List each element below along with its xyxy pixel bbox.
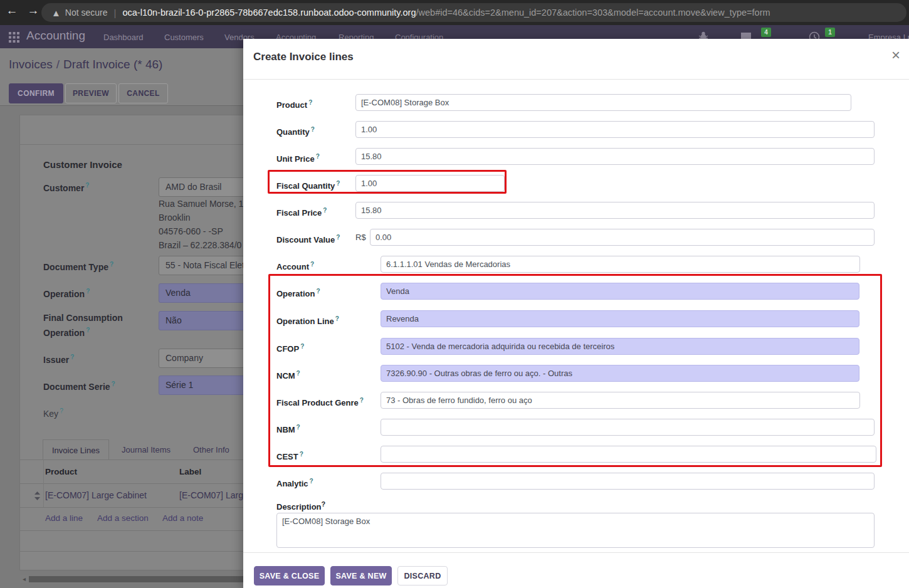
analytic-input[interactable]: [381, 473, 875, 490]
quantity-input[interactable]: [355, 121, 875, 138]
issuer-label: Issuer?: [43, 351, 150, 366]
help-icon: ?: [60, 407, 63, 414]
cell-label: [E-COM07] Large: [179, 490, 248, 500]
help-icon: ?: [322, 500, 326, 508]
help-icon: ?: [300, 343, 304, 350]
column-header-product[interactable]: Product: [45, 467, 77, 476]
column-header-label[interactable]: Label: [179, 467, 201, 476]
unit-price-input[interactable]: [355, 148, 875, 165]
help-icon: ?: [310, 261, 314, 268]
nbm-label: NBM?: [276, 419, 377, 438]
modal-title: Create Invoice lines: [253, 51, 354, 63]
fiscal-product-genre-input[interactable]: [381, 392, 860, 409]
help-icon: ?: [112, 381, 115, 387]
warning-icon: ▲: [51, 8, 61, 18]
form-heading: Customer Invoice: [43, 159, 122, 170]
create-invoice-lines-modal: Create Invoice lines × Product? Quantity…: [243, 39, 909, 588]
help-icon: ?: [308, 99, 312, 106]
currency-prefix: R$: [355, 229, 366, 246]
help-icon: ?: [310, 478, 313, 485]
customer-address-line: Rua Samuel Morse, 1: [159, 199, 243, 209]
drag-handle-icon[interactable]: [34, 491, 41, 500]
back-icon[interactable]: ←: [4, 4, 20, 18]
fiscal-product-genre-label: Fiscal Product Genre?: [276, 392, 377, 411]
tab-other-info[interactable]: Other Info: [184, 439, 238, 460]
document-serie-label: Document Serie?: [43, 378, 150, 393]
operation-label: Operation?: [43, 285, 150, 300]
help-icon: ?: [70, 354, 74, 360]
app-brand[interactable]: Accounting: [26, 29, 85, 43]
discard-button[interactable]: DISCARD: [397, 566, 448, 585]
help-icon: ?: [85, 182, 89, 189]
tab-journal-items[interactable]: Journal Items: [113, 439, 179, 460]
cell-product: [E-COM07] Large Cabinet: [45, 490, 147, 500]
discount-value-input[interactable]: [370, 229, 875, 246]
modal-header: Create Invoice lines ×: [243, 39, 909, 80]
chat-badge: 4: [761, 28, 771, 37]
cancel-button[interactable]: CANCEL: [118, 83, 168, 103]
description-textarea[interactable]: [E-COM08] Storage Box: [276, 513, 875, 548]
menu-customers[interactable]: Customers: [164, 33, 204, 42]
help-icon: ?: [316, 288, 320, 295]
help-icon: ?: [297, 370, 300, 377]
help-icon: ?: [336, 180, 340, 187]
save-close-button[interactable]: SAVE & CLOSE: [254, 566, 325, 585]
breadcrumb: Invoices/Draft Invoice (* 46): [9, 58, 162, 71]
analytic-label: Analytic?: [276, 473, 377, 492]
cest-input[interactable]: [381, 446, 876, 463]
fiscal-price-input[interactable]: [355, 202, 875, 219]
cest-label: CEST?: [276, 446, 377, 465]
tab-invoice-lines[interactable]: Invoice Lines: [43, 439, 109, 460]
help-icon: ?: [323, 207, 327, 214]
account-label: Account?: [276, 256, 377, 275]
customer-address-line: 04576-060 - -SP: [159, 226, 223, 236]
operation-line-input[interactable]: [381, 310, 859, 327]
add-section-link[interactable]: Add a section: [97, 513, 149, 523]
browser-chrome: ← → ↻ ▲ Not secure | oca-l10n-brazil-16-…: [0, 0, 909, 25]
url-path: /web#id=46&cids=2&menu_id=207&action=303…: [416, 8, 770, 18]
operation-label: Operation?: [276, 283, 377, 302]
help-icon: ?: [316, 153, 320, 160]
breadcrumb-separator: /: [56, 58, 60, 71]
operation-line-label: Operation Line?: [276, 310, 377, 330]
screen: ← → ↻ ▲ Not secure | oca-l10n-brazil-16-…: [0, 0, 909, 588]
address-bar[interactable]: ▲ Not secure | oca-l10n-brazil-16-0-pr28…: [41, 3, 906, 22]
url-host: oca-l10n-brazil-16-0-pr2865-78b667edc158…: [122, 8, 416, 18]
close-icon[interactable]: ×: [891, 48, 900, 63]
ncm-input[interactable]: [381, 365, 859, 382]
description-label: Description?: [276, 500, 325, 512]
product-input[interactable]: [355, 94, 851, 111]
help-icon: ?: [335, 315, 339, 322]
help-icon: ?: [336, 234, 340, 241]
confirm-button[interactable]: CONFIRM: [9, 83, 63, 103]
not-secure-label: Not secure: [65, 8, 108, 18]
footer-divider: [243, 552, 909, 553]
forward-icon[interactable]: →: [25, 4, 41, 18]
customer-address-line: Brazil – 62.228.384/0: [159, 240, 241, 250]
breadcrumb-current: Draft Invoice (* 46): [63, 58, 162, 71]
cfop-input[interactable]: [381, 338, 859, 355]
save-new-button[interactable]: SAVE & NEW: [330, 566, 392, 585]
help-icon: ?: [297, 424, 300, 431]
add-line-link[interactable]: Add a line: [45, 513, 83, 523]
account-input[interactable]: [381, 256, 860, 273]
key-label: Key?: [43, 405, 150, 420]
preview-button[interactable]: PREVIEW: [65, 83, 117, 103]
add-note-link[interactable]: Add a note: [162, 513, 203, 523]
breadcrumb-parent[interactable]: Invoices: [9, 58, 53, 71]
customer-label: Customer?: [43, 179, 150, 194]
customer-address-line: Brooklin: [159, 213, 191, 223]
operation-input[interactable]: [381, 283, 859, 300]
help-icon: ?: [311, 126, 315, 133]
table-column-divider: [43, 459, 44, 507]
help-icon: ?: [86, 327, 90, 333]
menu-dashboard[interactable]: Dashboard: [103, 33, 144, 42]
nbm-input[interactable]: [381, 419, 875, 436]
fiscal-quantity-input[interactable]: [355, 175, 505, 192]
cfop-label: CFOP?: [276, 338, 377, 357]
apps-grid-icon[interactable]: [9, 32, 19, 43]
activity-badge: 1: [825, 28, 835, 37]
help-icon: ?: [86, 288, 90, 295]
document-type-label: Document Type?: [43, 258, 150, 273]
help-icon: ?: [360, 397, 364, 404]
